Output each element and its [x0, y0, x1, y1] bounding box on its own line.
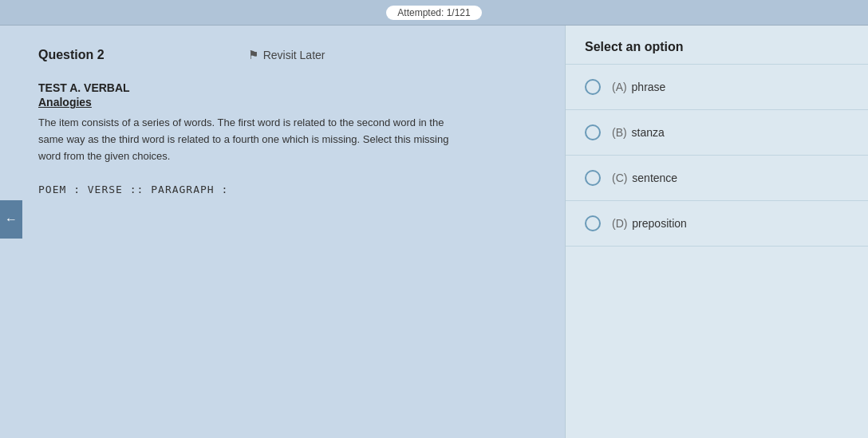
bookmark-icon: ⚑	[248, 48, 258, 62]
options-list: (A) phrase(B) stanza(C) sentence(D) prep…	[566, 65, 868, 438]
option-radio	[585, 170, 601, 186]
option-letter: (B)	[612, 126, 627, 139]
question-text: The item consists of a series of words. …	[38, 115, 453, 164]
revisit-later-label: Revisit Later	[263, 49, 326, 61]
main-content: ← Question 2 ⚑ Revisit Later TEST A. VER…	[0, 26, 868, 438]
left-panel: Question 2 ⚑ Revisit Later TEST A. VERBA…	[0, 26, 565, 438]
option-letter: (C)	[612, 172, 627, 184]
option-item[interactable]: (A) phrase	[566, 65, 868, 110]
option-label: (B) stanza	[612, 126, 665, 139]
select-option-header: Select an option	[566, 26, 868, 65]
right-panel: Select an option (A) phrase(B) stanza(C)…	[565, 26, 868, 438]
analogy-line: POEM : VERSE :: PARAGRAPH :	[38, 183, 533, 195]
option-label: (D) preposition	[612, 217, 687, 230]
revisit-later-button[interactable]: ⚑ Revisit Later	[248, 48, 326, 62]
back-icon: ←	[5, 212, 18, 227]
test-label: TEST A. VERBAL	[38, 81, 533, 94]
question-number: Question 2	[38, 48, 105, 62]
option-item[interactable]: (D) preposition	[566, 201, 868, 247]
option-radio	[585, 124, 601, 140]
top-bar: Attempted: 1/121	[0, 0, 868, 26]
option-letter: (A)	[612, 81, 627, 93]
option-item[interactable]: (C) sentence	[566, 156, 868, 201]
attempted-badge: Attempted: 1/121	[386, 6, 481, 20]
option-label: (A) phrase	[612, 81, 665, 93]
option-letter: (D)	[612, 217, 627, 230]
option-item[interactable]: (B) stanza	[566, 110, 868, 156]
option-label: (C) sentence	[612, 172, 677, 184]
option-radio	[585, 79, 601, 95]
question-body: TEST A. VERBAL Analogies The item consis…	[38, 81, 533, 195]
back-button[interactable]: ←	[0, 200, 22, 239]
question-header: Question 2 ⚑ Revisit Later	[38, 48, 533, 62]
option-radio	[585, 215, 601, 231]
test-sublabel: Analogies	[38, 96, 533, 109]
